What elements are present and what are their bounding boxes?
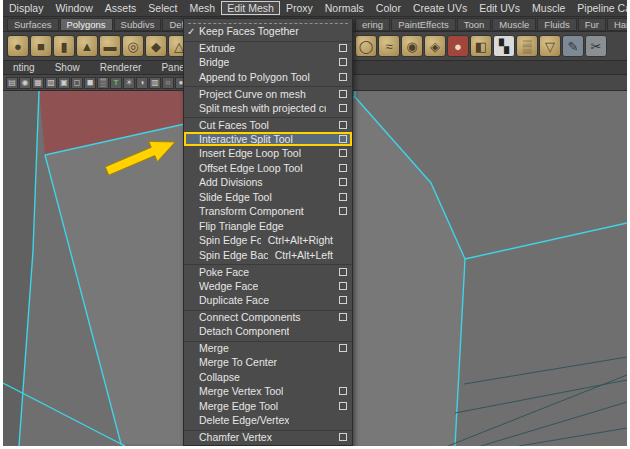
polygon-cone-icon[interactable]: ▲ [76, 35, 98, 57]
shelf-tab-hair[interactable]: Hair [607, 18, 627, 31]
menu-item-merge-edge-tool[interactable]: ✓ Merge Edge Tool [184, 399, 352, 414]
menu-item-duplicate-face[interactable]: ✓ Duplicate Face [184, 293, 352, 308]
image-plane-icon[interactable]: ▣ [58, 77, 70, 89]
option-box-icon[interactable] [339, 135, 347, 143]
option-box-icon[interactable] [339, 268, 347, 276]
panel-menu-renderer[interactable]: Renderer [90, 62, 152, 73]
texture-icon[interactable]: T [110, 77, 122, 89]
menu-item-interactive-split-tool[interactable]: ✓ Interactive Split Tool [184, 132, 352, 147]
option-box-icon[interactable] [339, 58, 347, 66]
wireframe-icon[interactable]: ◻ [71, 77, 83, 89]
camera-attributes-icon[interactable]: ▦ [32, 77, 44, 89]
paint-transfer-icon[interactable]: ✎ [562, 35, 584, 57]
menu-edit-uvs[interactable]: Edit UVs [473, 1, 526, 15]
menu-item-chamfer-vertex[interactable]: ✓ Chamfer Vertex [184, 430, 352, 445]
menu-item-flip-triangle-edge[interactable]: ✓ Flip Triangle Edge [184, 219, 352, 234]
option-box-icon[interactable] [339, 402, 347, 410]
mirror-geometry-icon[interactable]: ◧ [470, 35, 492, 57]
shelf-tab-subdivs[interactable]: Subdivs [114, 18, 162, 31]
polygon-cylinder-icon[interactable]: ▮ [53, 35, 75, 57]
menu-normals[interactable]: Normals [319, 1, 370, 15]
polygon-sphere-icon[interactable]: ● [7, 35, 29, 57]
option-box-icon[interactable] [339, 121, 347, 129]
menu-create-uvs[interactable]: Create UVs [407, 1, 473, 15]
menu-item-connect-components[interactable]: ✓ Connect Components [184, 310, 352, 325]
option-box-icon[interactable] [339, 164, 347, 172]
menu-color[interactable]: Color [370, 1, 407, 15]
option-box-icon[interactable] [339, 313, 347, 321]
menu-display[interactable]: Display [3, 1, 49, 15]
menu-item-transform-component[interactable]: ✓ Transform Component [184, 204, 352, 219]
menu-item-merge-vertex-tool[interactable]: ✓ Merge Vertex Tool [184, 384, 352, 399]
menu-muscle[interactable]: Muscle [526, 1, 571, 15]
panel-menu-show[interactable]: Show [45, 62, 90, 73]
polygon-plane-icon[interactable]: ▬ [99, 35, 121, 57]
menu-item-project-curve-on-mesh[interactable]: ✓ Project Curve on mesh [184, 86, 352, 101]
menu-item-delete-edge-vertex[interactable]: ✓ Delete Edge/Vertex [184, 413, 352, 428]
option-box-icon[interactable] [339, 73, 347, 81]
menu-item-add-divisions[interactable]: ✓ Add Divisions [184, 175, 352, 190]
polygon-prism-icon[interactable]: ◆ [145, 35, 167, 57]
menu-window[interactable]: Window [49, 1, 98, 15]
bookmarks-icon[interactable]: ▧ [45, 77, 57, 89]
shelf-tab-fur[interactable]: Fur [578, 18, 606, 31]
menu-item-spin-edge-backward[interactable]: ✓ Spin Edge Backward Ctrl+Alt+Left [184, 248, 352, 263]
menu-item-wedge-face[interactable]: ✓ Wedge Face [184, 279, 352, 294]
menu-item-insert-edge-loop-tool[interactable]: ✓ Insert Edge Loop Tool [184, 146, 352, 161]
shadows-icon[interactable]: ◑ [136, 77, 148, 89]
option-box-icon[interactable] [339, 149, 347, 157]
menu-item-poke-face[interactable]: ✓ Poke Face [184, 264, 352, 279]
menu-item-spin-edge-forward[interactable]: ✓ Spin Edge Forward Ctrl+Alt+Right [184, 233, 352, 248]
resolution-gate-icon[interactable]: ▥ [149, 77, 161, 89]
checker-sphere-icon[interactable]: ▚ [493, 35, 515, 57]
shelf-tab-painteffects[interactable]: PaintEffects [391, 18, 456, 31]
menu-item-extrude[interactable]: ✓ Extrude [184, 41, 352, 56]
panel-menu-nting[interactable]: nting [3, 62, 45, 73]
polygon-platonic-icon[interactable]: ◈ [424, 35, 446, 57]
option-box-icon[interactable] [339, 44, 347, 52]
smooth-mesh-icon[interactable]: ▒ [516, 35, 538, 57]
menu-item-merge-to-center[interactable]: ✓ Merge To Center [184, 355, 352, 370]
option-box-icon[interactable] [339, 207, 347, 215]
menu-item-detach-component[interactable]: ✓ Detach Component [184, 324, 352, 339]
menu-assets[interactable]: Assets [99, 1, 143, 15]
menu-pipeline-cache[interactable]: Pipeline Cache [571, 1, 627, 15]
menu-item-merge[interactable]: ✓ Merge [184, 341, 352, 356]
shelf-tab-polygons[interactable]: Polygons [60, 18, 113, 31]
option-box-icon[interactable] [339, 90, 347, 98]
polygon-soccerball-icon[interactable]: ◉ [401, 35, 423, 57]
menu-item-slide-edge-tool[interactable]: ✓ Slide Edge Tool [184, 190, 352, 205]
shelf-tab-toon[interactable]: Toon [457, 18, 492, 31]
shelf-tab-muscle[interactable]: Muscle [492, 18, 536, 31]
menu-mesh[interactable]: Mesh [184, 1, 222, 15]
menu-item-keep-faces-together[interactable]: ✓ Keep Faces Together [184, 24, 352, 39]
menu-item-cut-faces-tool[interactable]: ✓ Cut Faces Tool [184, 117, 352, 132]
split-tool-icon[interactable]: ✂ [585, 35, 607, 57]
textured-shaded-icon[interactable]: ▒ [97, 77, 109, 89]
menu-item-collapse[interactable]: ✓ Collapse [184, 370, 352, 385]
select-camera-icon[interactable]: ▤ [6, 77, 18, 89]
menu-item-append-to-polygon-tool[interactable]: ✓ Append to Polygon Tool [184, 70, 352, 85]
option-box-icon[interactable] [339, 282, 347, 290]
menu-item-offset-edge-loop-tool[interactable]: ✓ Offset Edge Loop Tool [184, 161, 352, 176]
menu-proxy[interactable]: Proxy [280, 1, 319, 15]
sculpt-geometry-icon[interactable]: ● [447, 35, 469, 57]
option-box-icon[interactable] [339, 344, 347, 352]
reduce-mesh-icon[interactable]: ▽ [539, 35, 561, 57]
isolate-select-icon[interactable]: ○ [162, 77, 174, 89]
menu-edit-mesh[interactable]: Edit Mesh [221, 1, 280, 15]
shelf-tab-fluids[interactable]: Fluids [537, 18, 576, 31]
option-box-icon[interactable] [339, 178, 347, 186]
option-box-icon[interactable] [339, 387, 347, 395]
menu-item-bridge[interactable]: ✓ Bridge [184, 55, 352, 70]
polygon-cube-icon[interactable]: ■ [30, 35, 52, 57]
menu-select[interactable]: Select [142, 1, 183, 15]
option-box-icon[interactable] [339, 433, 347, 441]
option-box-icon[interactable] [339, 296, 347, 304]
shaded-icon[interactable]: ◼ [84, 77, 96, 89]
lock-camera-icon[interactable]: ◉ [19, 77, 31, 89]
option-box-icon[interactable] [339, 104, 347, 112]
polygon-helix-icon[interactable]: ≈ [378, 35, 400, 57]
menu-item-split-mesh-with-projected-curve[interactable]: ✓ Split mesh with projected curve [184, 101, 352, 116]
option-box-icon[interactable] [339, 193, 347, 201]
